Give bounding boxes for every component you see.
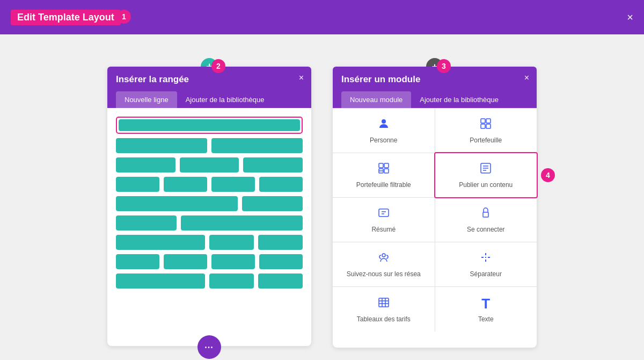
insert-module-title: Insérer un module [341, 74, 528, 85]
svg-rect-4 [486, 124, 491, 128]
texte-label: Texte [478, 315, 494, 323]
module-texte[interactable]: T Texte [435, 287, 537, 332]
suivez-nous-icon [377, 251, 390, 267]
portefeuille-icon [479, 117, 492, 133]
tab-nouvelle-ligne[interactable]: Nouvelle ligne [116, 91, 177, 108]
separateur-label: Séparateur [470, 270, 502, 278]
page-title: Edit Template Layout [11, 10, 121, 25]
module-separateur[interactable]: Séparateur [435, 242, 537, 286]
header: Edit Template Layout 1 × [0, 0, 644, 34]
step-badge-3: 3 [437, 59, 451, 73]
step-badge-4: 4 [541, 168, 555, 182]
suivez-nous-label: Suivez-nous sur les résea [347, 270, 421, 278]
tableaux-tarifs-label: Tableaux des tarifs [357, 315, 411, 323]
layout-block [243, 157, 303, 172]
tab-ajouter-bibliotheque-module[interactable]: Ajouter de la bibliothèque [411, 91, 507, 108]
module-resume[interactable]: Résumé [333, 198, 435, 242]
insert-row-title: Insérer la rangée [116, 74, 303, 85]
svg-rect-3 [481, 124, 485, 128]
layout-block [164, 177, 207, 192]
se-connecter-label: Se connecter [467, 226, 505, 233]
insert-row-popup: Insérer la rangée × Nouvelle ligne Ajout… [107, 67, 311, 108]
insert-row-close[interactable]: × [299, 73, 304, 83]
layout-block [258, 273, 303, 289]
tableaux-tarifs-icon [377, 296, 390, 312]
layout-block [116, 177, 159, 192]
close-button[interactable]: × [627, 11, 633, 24]
se-connecter-icon [479, 206, 492, 222]
main-content: 2 + Insérer la rangée × Nouvelle ligne A… [0, 34, 644, 360]
separateur-icon [479, 251, 492, 267]
layout-option-4col[interactable] [116, 177, 303, 192]
module-grid: Personne Portefeuille Portefeuille filtr… [333, 108, 537, 332]
module-publier-contenu[interactable]: 4 Publier un contenu [434, 152, 538, 198]
layout-option-3col[interactable] [116, 157, 303, 172]
layout-block [242, 196, 303, 211]
module-personne[interactable]: Personne [333, 109, 435, 153]
layout-block [116, 254, 159, 269]
step-badge-2: 2 [211, 59, 225, 73]
left-panel-wrapper: 2 + Insérer la rangée × Nouvelle ligne A… [107, 67, 311, 346]
svg-point-0 [382, 119, 386, 124]
layout-option-wide-narrow[interactable] [116, 196, 303, 211]
insert-module-panel: Insérer un module × Nouveau module Ajout… [333, 67, 537, 348]
layout-block [258, 235, 303, 250]
layout-block [211, 254, 255, 269]
svg-rect-15 [483, 212, 488, 217]
layout-block [119, 119, 300, 131]
svg-rect-5 [379, 163, 383, 168]
layout-block [181, 215, 303, 231]
publier-contenu-label: Publier un contenu [459, 181, 513, 189]
layout-block [209, 273, 254, 289]
layout-block [116, 157, 175, 172]
dots-icon: ••• [205, 344, 214, 350]
insert-row-tabs: Nouvelle ligne Ajouter de la bibliothèqu… [116, 91, 303, 108]
layout-option-narrow-wide[interactable] [116, 215, 303, 231]
layout-block [180, 157, 239, 172]
resume-label: Résumé [371, 226, 396, 233]
insert-module-tabs: Nouveau module Ajouter de la bibliothèqu… [341, 91, 528, 108]
layout-block [164, 254, 207, 269]
tab-nouveau-module[interactable]: Nouveau module [341, 91, 411, 108]
layout-block [209, 235, 254, 250]
layout-block [259, 177, 303, 192]
tab-ajouter-bibliotheque[interactable]: Ajouter de la bibliothèque [177, 91, 273, 108]
layout-grid [107, 108, 311, 297]
publier-contenu-icon [479, 162, 492, 178]
right-panel-wrapper: 3 + Insérer un module × Nouveau module A… [333, 67, 537, 348]
layout-block [116, 273, 205, 289]
layout-option-2col[interactable] [116, 138, 303, 153]
module-portefeuille-filtrable[interactable]: Portefeuille filtrable [333, 153, 435, 197]
texte-icon: T [481, 296, 490, 312]
insert-module-close[interactable]: × [524, 73, 529, 83]
personne-icon [377, 117, 390, 133]
svg-rect-6 [384, 163, 389, 168]
layout-option-mixed[interactable] [116, 235, 303, 250]
layout-option-4col-b[interactable] [116, 254, 303, 269]
step-badge-1: 1 [117, 10, 131, 24]
layout-option-wide-two[interactable] [116, 273, 303, 289]
svg-rect-14 [379, 209, 389, 217]
module-tableaux-tarifs[interactable]: Tableaux des tarifs [333, 287, 435, 332]
svg-point-16 [382, 254, 385, 257]
portefeuille-filtrable-label: Portefeuille filtrable [356, 181, 411, 189]
layout-block [259, 254, 303, 269]
svg-rect-8 [384, 169, 389, 173]
portefeuille-filtrable-icon [377, 162, 390, 178]
svg-rect-1 [481, 119, 485, 123]
layout-block [116, 196, 238, 211]
module-portefeuille[interactable]: Portefeuille [435, 109, 537, 153]
layout-block [211, 138, 303, 153]
layout-block [211, 177, 255, 192]
insert-module-popup: Insérer un module × Nouveau module Ajout… [333, 67, 537, 108]
svg-rect-2 [486, 119, 491, 123]
module-se-connecter[interactable]: Se connecter [435, 198, 537, 242]
layout-block [116, 138, 207, 153]
svg-rect-17 [379, 298, 389, 307]
module-suivez-nous[interactable]: Suivez-nous sur les résea [333, 242, 435, 286]
layout-block [116, 235, 205, 250]
portefeuille-label: Portefeuille [470, 136, 502, 144]
insert-row-panel: Insérer la rangée × Nouvelle ligne Ajout… [107, 67, 311, 346]
layout-option-1col[interactable] [116, 117, 303, 134]
more-options-button[interactable]: ••• [197, 335, 221, 359]
